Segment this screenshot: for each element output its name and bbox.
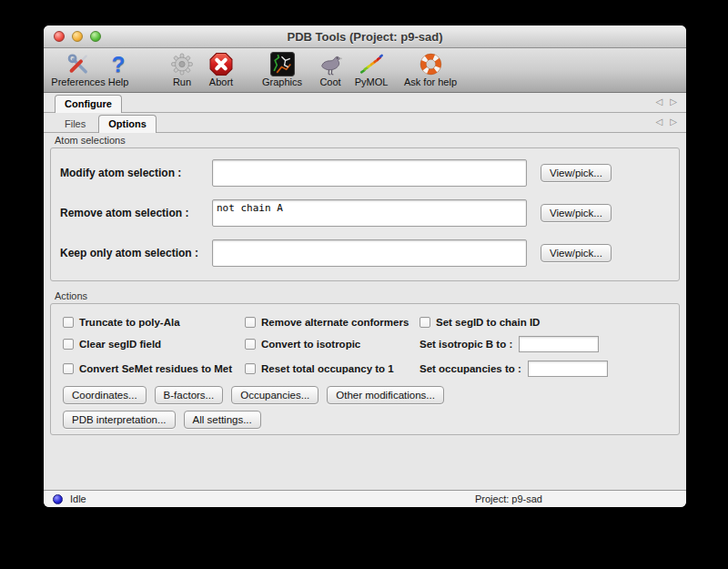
toolbar: Preferences ? Help [44,48,686,93]
tools-icon [66,52,91,76]
modify-selection-row: Modify atom selection : View/pick... [60,159,679,187]
close-button[interactable] [54,31,65,42]
ask-for-help-button[interactable]: Ask for help [404,52,457,87]
tab-scroll-left-icon[interactable]: ◁ [656,97,663,107]
pdb-interpretation-button[interactable]: PDB interpretation... [63,411,176,429]
actions-group: Truncate to poly-Ala Remove alternate co… [50,303,680,435]
checkbox-label: Set segID to chain ID [436,317,540,328]
keep-only-selection-row: Keep only atom selection : View/pick... [60,239,679,267]
toolbar-item-label: Coot [319,76,340,87]
tab-configure[interactable]: Configure [55,95,122,113]
minimize-button[interactable] [72,31,83,42]
checkbox-icon[interactable] [63,339,74,350]
task-tab-bar: Configure ◁ ▷ [44,93,686,113]
occupancies-button[interactable]: Occupancies... [231,386,318,404]
window-controls [54,25,101,47]
checkbox-label: Reset total occupancy to 1 [261,363,394,374]
set-isotropic-b-field: Set isotropic B to : [420,336,679,352]
checkbox-label: Convert to isotropic [261,339,360,350]
help-button[interactable]: ? Help [106,52,131,87]
toolbar-item-label: Preferences [51,76,105,87]
toolbar-item-label: Help [108,76,129,87]
all-settings-button[interactable]: All settings... [184,411,261,429]
set-isotropic-b-input[interactable] [519,336,599,352]
status-indicator-icon [53,494,63,504]
atom-selections-group-title: Atom selections [55,135,680,147]
titlebar[interactable]: PDB Tools (Project: p9-sad) [44,25,686,48]
abort-icon [209,52,234,76]
coot-button[interactable]: Coot [318,52,343,87]
graphics-button[interactable]: Graphics [262,52,302,87]
window-title: PDB Tools (Project: p9-sad) [288,30,443,44]
question-icon: ? [106,52,131,76]
modify-selection-label: Modify atom selection : [60,159,212,179]
run-button[interactable]: Run [170,52,195,87]
status-bar: Idle Project: p9-sad [44,490,686,507]
remove-selection-input[interactable]: not chain A [212,199,527,227]
coot-bird-icon [318,52,343,76]
project-label: Project: p9-sad [475,493,542,504]
coordinates-button[interactable]: Coordinates... [63,386,147,404]
pymol-button[interactable]: PyMOL [355,52,389,87]
b-factors-button[interactable]: B-factors... [155,386,224,404]
toolbar-item-label: Abort [209,76,233,87]
lifebuoy-icon [419,52,443,76]
tab-scroll-right-icon[interactable]: ▷ [670,117,677,127]
checkbox-convert-semet-to-met[interactable]: Convert SeMet residues to Met [63,361,245,377]
options-panel: Atom selections Modify atom selection : … [44,133,686,490]
keep-only-selection-label: Keep only atom selection : [60,239,212,259]
gear-icon [170,52,195,76]
toolbar-item-label: Ask for help [404,76,457,87]
view-pick-button[interactable]: View/pick... [541,164,612,182]
status-text: Idle [70,493,86,504]
tab-scroll-right-icon[interactable]: ▷ [670,97,677,107]
checkbox-icon[interactable] [245,317,256,328]
atom-selections-group: Modify atom selection : View/pick... Rem… [50,147,680,281]
actions-button-row-2: PDB interpretation... All settings... [63,411,679,429]
checkbox-icon[interactable] [420,317,430,328]
set-isotropic-b-label: Set isotropic B to : [420,339,512,350]
toolbar-item-label: Run [173,76,191,87]
abort-button[interactable]: Abort [209,52,234,87]
zoom-button[interactable] [90,31,101,42]
checkbox-truncate-poly-ala[interactable]: Truncate to poly-Ala [63,317,245,328]
checkbox-label: Clear segID field [79,339,161,350]
tab-scroll-left-icon[interactable]: ◁ [656,117,663,127]
checkbox-icon[interactable] [63,317,74,328]
actions-checkbox-grid: Truncate to poly-Ala Remove alternate co… [63,317,679,377]
view-pick-button[interactable]: View/pick... [541,204,612,222]
actions-group-title: Actions [55,290,680,302]
tab-files[interactable]: Files [55,115,96,133]
checkbox-icon[interactable] [63,363,74,374]
keep-only-selection-input[interactable] [212,239,527,267]
other-modifications-button[interactable]: Other modifications... [327,386,444,404]
pymol-ribbon-icon [359,52,384,76]
graphics-icon [270,52,295,76]
checkbox-set-segid-to-chain-id[interactable]: Set segID to chain ID [420,317,679,328]
checkbox-remove-alternate-conformers[interactable]: Remove alternate conformers [245,317,420,328]
checkbox-convert-to-isotropic[interactable]: Convert to isotropic [245,336,420,352]
checkbox-label: Convert SeMet residues to Met [79,363,232,374]
checkbox-label: Remove alternate conformers [261,317,409,328]
tab-scroll-arrows: ◁ ▷ [656,117,677,127]
preferences-button[interactable]: Preferences [51,52,105,87]
pdb-tools-window: PDB Tools (Project: p9-sad) Preferences … [44,25,686,507]
tab-options[interactable]: Options [98,115,157,133]
checkbox-label: Truncate to poly-Ala [79,317,180,328]
tab-scroll-arrows: ◁ ▷ [656,97,677,107]
checkbox-icon[interactable] [245,363,256,374]
toolbar-item-label: PyMOL [355,76,389,87]
remove-selection-row: Remove atom selection : not chain A View… [60,199,679,227]
actions-button-row-1: Coordinates... B-factors... Occupancies.… [63,386,679,404]
desktop-background: PDB Tools (Project: p9-sad) Preferences … [0,0,728,569]
modify-selection-input[interactable] [212,159,527,187]
checkbox-reset-total-occupancy[interactable]: Reset total occupancy to 1 [245,361,420,377]
page-tab-bar: Files Options ◁ ▷ [44,113,686,133]
remove-selection-label: Remove atom selection : [60,199,212,219]
set-occupancies-label: Set occupancies to : [420,363,521,374]
set-occupancies-input[interactable] [528,361,608,377]
toolbar-item-label: Graphics [262,76,302,87]
checkbox-clear-segid-field[interactable]: Clear segID field [63,336,245,352]
view-pick-button[interactable]: View/pick... [541,244,612,262]
checkbox-icon[interactable] [245,339,256,350]
